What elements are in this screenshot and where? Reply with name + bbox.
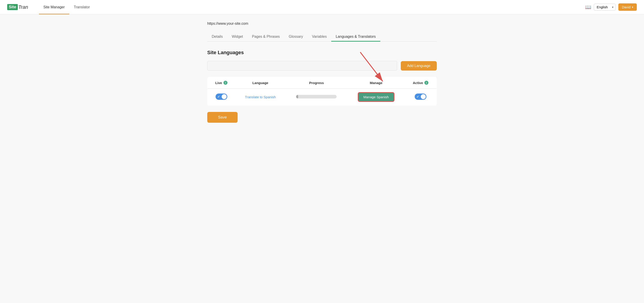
nav-tab-translator[interactable]: Translator (69, 0, 94, 14)
manage-spanish-button[interactable]: Manage Spanish (358, 92, 394, 102)
cell-language: Translate to Spanish (235, 89, 285, 106)
logo-tran: Tran (18, 4, 28, 10)
cell-active: ✓ (405, 89, 437, 106)
logo[interactable]: Site Tran (7, 4, 28, 10)
tab-widget[interactable]: Widget (227, 32, 248, 41)
tab-details[interactable]: Details (207, 32, 227, 41)
main-content: https://www.your-site.com Details Widget… (198, 14, 446, 130)
language-select-wrapper: English Spanish French German (594, 3, 616, 10)
header-right: 📖 English Spanish French German David (585, 3, 637, 11)
progress-bar (296, 95, 337, 98)
search-add-row: Add Language (207, 61, 437, 71)
col-header-language: Language (235, 77, 285, 89)
col-header-progress: Progress (286, 77, 348, 89)
languages-table-section: Live i Language Progress Manage (207, 77, 437, 106)
nav-tabs: Site Manager Translator (39, 0, 94, 14)
tab-pages-phrases[interactable]: Pages & Phrases (248, 32, 284, 41)
progress-bar-fill (296, 95, 298, 98)
active-toggle-track: ✓ (415, 93, 426, 100)
site-url: https://www.your-site.com (207, 21, 437, 26)
cell-manage: Manage Spanish (348, 89, 404, 106)
translate-to-spanish-link[interactable]: Translate to Spanish (245, 95, 276, 99)
table-row: ✓ Translate to Spanish Manage Spanish (208, 89, 437, 106)
save-button[interactable]: Save (207, 112, 238, 123)
tab-glossary[interactable]: Glossary (284, 32, 307, 41)
live-toggle[interactable]: ✓ (216, 93, 227, 100)
cell-live: ✓ (208, 89, 235, 106)
live-toggle-track: ✓ (216, 93, 227, 100)
language-search-input[interactable] (207, 61, 397, 71)
live-toggle-check: ✓ (217, 95, 220, 98)
col-header-live: Live i (208, 77, 235, 89)
tab-languages-translators[interactable]: Languages & Translators (331, 32, 380, 41)
add-language-button[interactable]: Add Language (401, 61, 437, 71)
user-menu-button[interactable]: David (618, 3, 637, 11)
col-header-manage: Manage (348, 77, 404, 89)
active-toggle[interactable]: ✓ (415, 93, 426, 100)
cell-progress (286, 89, 348, 106)
live-info-icon[interactable]: i (224, 81, 228, 85)
sub-tabs: Details Widget Pages & Phrases Glossary … (207, 32, 437, 41)
language-select[interactable]: English Spanish French German (594, 3, 616, 10)
header: Site Tran Site Manager Translator 📖 Engl… (0, 0, 644, 14)
book-icon: 📖 (585, 4, 591, 10)
languages-table: Live i Language Progress Manage (207, 77, 437, 106)
section-title: Site Languages (207, 50, 437, 55)
active-info-icon[interactable]: i (424, 81, 428, 85)
nav-tab-site-manager[interactable]: Site Manager (39, 0, 69, 14)
active-toggle-check: ✓ (416, 95, 419, 98)
col-header-active: Active i (405, 77, 437, 89)
logo-site: Site (7, 4, 18, 10)
tab-variables[interactable]: Variables (307, 32, 331, 41)
